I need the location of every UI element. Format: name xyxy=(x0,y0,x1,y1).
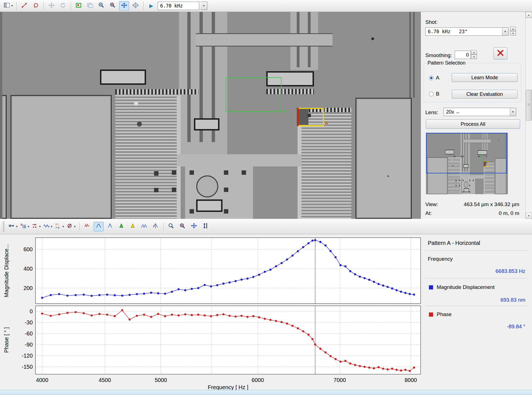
thumb-mems-etch-hole xyxy=(459,180,460,181)
magnitude-readout-value: 693.83 nm xyxy=(500,297,525,303)
clear-shot-button[interactable] xyxy=(493,47,507,60)
empty-set-button[interactable]: ▼ xyxy=(66,222,76,231)
zoom-reset-button[interactable] xyxy=(108,1,118,11)
dust-speck xyxy=(371,37,374,40)
spinner-up-button[interactable]: ▲ xyxy=(510,27,516,31)
lens-combo[interactable]: 20x ← ▼ xyxy=(444,108,516,116)
svg-text:-60: -60 xyxy=(25,330,33,337)
frequency-response-charts[interactable]: 200400600Magnitude Displace...0-30-60-90… xyxy=(0,234,422,390)
band-green-icon xyxy=(118,223,125,230)
lasso-button[interactable] xyxy=(31,1,41,11)
pan-icon xyxy=(191,223,197,230)
band-wide-button[interactable] xyxy=(94,222,104,231)
display-mode-button[interactable]: R IA φ▼ xyxy=(55,222,65,231)
chart-zoom-reset-button[interactable] xyxy=(178,222,188,231)
thumb-mems-etch-hole xyxy=(469,185,470,186)
shot-frequency-value: 6.70 kHz xyxy=(158,2,185,10)
layout-button[interactable]: ▼ xyxy=(3,1,14,11)
band-double-button[interactable] xyxy=(139,222,149,231)
thumb-mems-shuttle-bar xyxy=(460,175,484,179)
center-view-button[interactable] xyxy=(131,1,140,11)
red-x-icon xyxy=(497,49,504,58)
pan-button[interactable] xyxy=(119,1,129,11)
overview-minimap[interactable]: A A xyxy=(426,133,508,194)
data-points-button[interactable]: ▼ xyxy=(31,222,42,231)
svg-text:-120: -120 xyxy=(22,353,33,359)
data-points-icon xyxy=(32,223,38,230)
pattern-a-radio-row[interactable]: A xyxy=(429,75,439,81)
fit-vertical-button[interactable] xyxy=(200,222,210,231)
clear-evaluation-button[interactable]: Clear Evaluation xyxy=(452,90,518,99)
smoothing-spinner: ▲ ▼ xyxy=(471,50,477,59)
spinner-down-button[interactable]: ▼ xyxy=(471,55,477,59)
rect-select-button[interactable] xyxy=(74,1,84,11)
toolbar-grip[interactable] xyxy=(3,222,4,232)
play-button[interactable]: ▶ xyxy=(146,1,156,11)
mems-serration xyxy=(115,89,198,94)
waveform-icon xyxy=(43,223,50,230)
spinner-down-button[interactable]: ▼ xyxy=(510,31,516,35)
microscope-view[interactable]: A A xyxy=(2,12,421,219)
band-yellow-button[interactable] xyxy=(128,222,138,231)
learn-mode-button[interactable]: Learn Mode xyxy=(452,73,518,82)
svg-text:R I: R I xyxy=(55,223,59,226)
band-green-button[interactable] xyxy=(116,222,126,231)
rotate-pattern-button[interactable] xyxy=(58,1,68,11)
mems-shuttle-bar xyxy=(177,154,301,166)
mems-slot-frame xyxy=(194,118,219,130)
mems-slot-frame xyxy=(196,199,222,212)
mems-edge-pad xyxy=(2,95,7,219)
scroll-up-button[interactable]: ▲ xyxy=(526,12,532,18)
move-pattern-button[interactable] xyxy=(47,1,57,11)
zoom-in-button[interactable] xyxy=(96,1,106,11)
scrollbar-thumb[interactable] xyxy=(526,90,532,120)
shot-combo[interactable]: 6.70 kHz 23° ▼ xyxy=(425,27,508,36)
scan-region-a-box[interactable] xyxy=(226,77,282,112)
phase-readout-label: Phase xyxy=(437,311,452,317)
shot-label: Shot: xyxy=(425,19,438,25)
scroll-down-button[interactable]: ▼ xyxy=(526,213,532,219)
band-narrow-button[interactable] xyxy=(105,222,115,231)
separator xyxy=(143,2,144,10)
thumb-mems-etch-hole xyxy=(473,180,474,181)
mems-left-pad xyxy=(11,95,112,219)
vertical-scrollbar[interactable]: ▲ ▼ xyxy=(525,12,532,219)
signal-icon xyxy=(8,223,15,230)
mems-etch-hole xyxy=(154,188,158,192)
mems-center-circle xyxy=(196,175,218,197)
signal-select-button[interactable]: ▼ xyxy=(8,222,18,231)
minimap-viewport[interactable] xyxy=(426,133,507,173)
mems-etch-hole xyxy=(172,170,176,175)
pattern-b-radio[interactable] xyxy=(429,92,434,96)
pan-icon xyxy=(121,2,127,10)
spinner-up-button[interactable]: ▲ xyxy=(471,50,477,55)
process-all-button[interactable]: Process All xyxy=(426,119,520,129)
svg-text:Frequency [ Hz ]: Frequency [ Hz ] xyxy=(208,384,249,390)
divider xyxy=(425,278,528,278)
svg-text:B: B xyxy=(23,225,25,228)
waveform-button[interactable]: ▼ xyxy=(43,222,53,231)
shot-frequency-combo-arrow[interactable]: ▼ xyxy=(201,2,207,10)
acquisition-panel: Shot: 6.70 kHz 23° ▼ ▲ ▼ Smoothing: ▲ ▼ … xyxy=(421,12,525,219)
mems-right-pad xyxy=(355,98,412,219)
chart-zoom-in-button[interactable] xyxy=(166,222,176,231)
thumb-mems-etch-hole xyxy=(469,191,470,193)
at-value: 0 m, 0 m xyxy=(499,210,519,216)
pattern-b-radio-row[interactable]: B xyxy=(429,91,439,97)
smoothing-input[interactable] xyxy=(455,51,471,59)
spectrum-button[interactable] xyxy=(82,222,92,231)
band-cursor-button[interactable] xyxy=(150,222,160,231)
main-toolbar: ▼ ▶ 6.70 kHz ▼ xyxy=(0,0,532,12)
mems-comb-left xyxy=(115,95,177,219)
svg-text:4000: 4000 xyxy=(36,377,48,383)
snapshot-button[interactable] xyxy=(85,1,95,11)
ri-aphi-icon: R IA φ xyxy=(55,223,62,230)
chart-pan-button[interactable] xyxy=(189,222,199,231)
measure-line-button[interactable] xyxy=(19,1,29,11)
pattern-a-radio[interactable] xyxy=(429,76,434,80)
shot-frequency-combo[interactable]: 6.70 kHz xyxy=(158,2,199,10)
ab-display-button[interactable]: AB▼ xyxy=(20,222,30,231)
readout-title: Pattern A - Horizontal xyxy=(428,240,480,246)
magnitude-swatch xyxy=(429,285,433,289)
thumb-mems-etch-hole xyxy=(456,180,456,181)
